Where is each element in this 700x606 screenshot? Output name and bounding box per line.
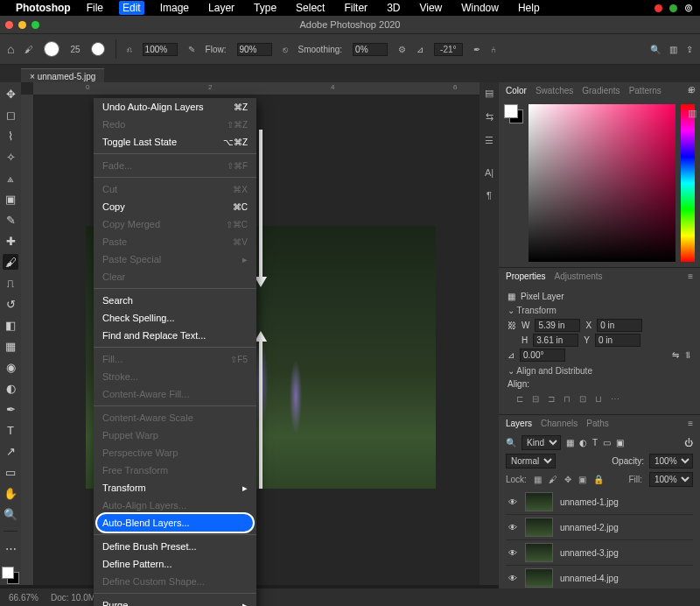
menu-type[interactable]: Type bbox=[250, 1, 280, 15]
shape-tool[interactable]: ▭ bbox=[3, 464, 18, 480]
pressure-opacity-icon[interactable]: ✎ bbox=[188, 45, 195, 54]
lock-artboard-icon[interactable]: ▣ bbox=[578, 475, 586, 484]
filter-kind[interactable]: Kind bbox=[522, 435, 561, 450]
eraser-tool[interactable]: ◧ bbox=[3, 317, 18, 333]
filter-shape-icon[interactable]: ▭ bbox=[603, 438, 611, 447]
dodge-tool[interactable]: ◐ bbox=[3, 380, 18, 396]
ruler-vertical[interactable] bbox=[21, 95, 34, 585]
hand-tool[interactable]: ✋ bbox=[3, 485, 18, 501]
opacity-field[interactable]: 100% bbox=[649, 454, 693, 469]
tab-gradients[interactable]: Gradients bbox=[582, 86, 620, 95]
healing-tool[interactable]: ✚ bbox=[3, 233, 18, 249]
character-panel-icon[interactable]: A| bbox=[485, 167, 494, 178]
tab-adjustments[interactable]: Adjustments bbox=[555, 271, 603, 281]
pen-tool[interactable]: ✒ bbox=[3, 401, 18, 417]
filter-smart-icon[interactable]: ▣ bbox=[616, 438, 624, 447]
layer-row[interactable]: 👁unnamed-4.jpg bbox=[506, 566, 693, 591]
brush-tool[interactable]: 🖌 bbox=[3, 254, 18, 270]
marquee-tool[interactable]: ◻ bbox=[3, 107, 18, 123]
menu-item-toggle-last-state[interactable]: Toggle Last State⌥⌘Z bbox=[94, 133, 256, 151]
menu-item-transform[interactable]: Transform▸ bbox=[94, 479, 256, 497]
eyedropper-tool[interactable]: ✎ bbox=[3, 212, 18, 228]
workspace-icon[interactable]: ▥ bbox=[669, 45, 677, 54]
align-bottom-icon[interactable]: ⊔ bbox=[595, 394, 602, 404]
visibility-icon[interactable]: 👁 bbox=[508, 497, 518, 507]
align-top-icon[interactable]: ⊓ bbox=[564, 394, 570, 404]
visibility-icon[interactable]: 👁 bbox=[508, 574, 518, 583]
edit-toolbar[interactable]: ⋯ bbox=[3, 540, 18, 556]
home-icon[interactable]: ⌂ bbox=[7, 42, 14, 56]
pressure-size-icon[interactable]: ✒ bbox=[473, 45, 480, 54]
history-brush-tool[interactable]: ↺ bbox=[3, 296, 18, 312]
options-panel-icon[interactable]: ☰ bbox=[485, 135, 494, 146]
menu-select[interactable]: Select bbox=[292, 1, 328, 15]
symmetry-icon[interactable]: ⑃ bbox=[491, 45, 496, 54]
align-hcenter-icon[interactable]: ⊟ bbox=[532, 394, 539, 404]
minimize-window[interactable] bbox=[18, 21, 26, 29]
menu-view[interactable]: View bbox=[416, 1, 445, 15]
color-fg-bg[interactable] bbox=[504, 104, 523, 123]
layer-row[interactable]: 👁unnamed-2.jpg bbox=[506, 515, 693, 540]
menu-window[interactable]: Window bbox=[458, 1, 502, 15]
close-window[interactable] bbox=[5, 21, 13, 29]
height-field[interactable] bbox=[533, 334, 578, 347]
layer-thumbnail[interactable] bbox=[525, 492, 553, 511]
hue-slider[interactable] bbox=[681, 104, 695, 262]
layer-row[interactable]: 👁unnamed-3.jpg bbox=[506, 540, 693, 566]
visibility-icon[interactable]: 👁 bbox=[508, 548, 518, 558]
brushes-panel-icon[interactable]: ⇆ bbox=[486, 111, 494, 123]
lock-position-icon[interactable]: ✥ bbox=[564, 475, 571, 484]
tab-channels[interactable]: Channels bbox=[541, 419, 578, 428]
brush-swatch[interactable] bbox=[91, 42, 105, 56]
menu-extra-icon[interactable]: ⊚ bbox=[684, 2, 693, 14]
flip-v-icon[interactable]: ⥮ bbox=[684, 350, 691, 360]
link-wh-icon[interactable]: ⛓ bbox=[508, 321, 516, 330]
menu-filter[interactable]: Filter bbox=[340, 1, 371, 15]
filter-type-icon[interactable]: T bbox=[592, 438, 598, 447]
history-panel-icon[interactable]: ▤ bbox=[485, 88, 494, 99]
menu-item-define-pattern[interactable]: Define Pattern... bbox=[94, 555, 256, 573]
filter-adjust-icon[interactable]: ◐ bbox=[579, 438, 587, 447]
tab-color[interactable]: Color bbox=[506, 86, 527, 95]
path-tool[interactable]: ↗ bbox=[3, 443, 18, 459]
opacity-field[interactable] bbox=[143, 43, 178, 56]
ruler-horizontal[interactable]: 0 2 4 6 bbox=[33, 82, 499, 95]
width-field[interactable] bbox=[535, 319, 580, 332]
menu-file[interactable]: File bbox=[83, 1, 107, 15]
align-vcenter-icon[interactable]: ⊡ bbox=[579, 394, 586, 404]
menu-item-undo-auto-align-layers[interactable]: Undo Auto-Align Layers⌘Z bbox=[94, 98, 256, 116]
brush-preview[interactable] bbox=[44, 41, 60, 57]
tab-paths[interactable]: Paths bbox=[586, 419, 609, 428]
zoom-tool[interactable]: 🔍 bbox=[3, 506, 18, 522]
mode-icon[interactable]: ⎌ bbox=[127, 45, 132, 54]
align-left-icon[interactable]: ⊏ bbox=[516, 394, 523, 404]
stamp-tool[interactable]: ⎍ bbox=[3, 275, 18, 291]
layer-thumbnail[interactable] bbox=[525, 568, 553, 588]
wand-tool[interactable]: ✧ bbox=[3, 149, 18, 165]
filter-pixel-icon[interactable]: ▦ bbox=[566, 438, 574, 447]
tab-swatches[interactable]: Swatches bbox=[536, 86, 573, 95]
rotate-field[interactable] bbox=[520, 349, 565, 362]
tab-close-icon[interactable]: × bbox=[30, 72, 35, 81]
lock-brush-icon[interactable]: 🖌 bbox=[549, 475, 557, 484]
frame-tool[interactable]: ▣ bbox=[3, 191, 18, 207]
brush-tool-icon[interactable]: 🖌 bbox=[24, 45, 33, 54]
crop-tool[interactable]: ⟁ bbox=[3, 170, 18, 186]
align-section[interactable]: ⌄ Align and Distribute bbox=[508, 366, 691, 376]
learn-panel-icon[interactable]: ⊕ bbox=[688, 84, 696, 95]
menu-3d[interactable]: 3D bbox=[383, 1, 403, 15]
menu-item-check-spelling[interactable]: Check Spelling... bbox=[94, 309, 256, 327]
gear-icon[interactable]: ⚙ bbox=[398, 45, 406, 54]
menu-item-search[interactable]: Search bbox=[94, 292, 256, 309]
app-name[interactable]: Photoshop bbox=[16, 2, 71, 14]
zoom-window[interactable] bbox=[32, 21, 39, 29]
transform-section[interactable]: ⌄ Transform bbox=[508, 306, 691, 315]
angle-field[interactable]: -21° bbox=[434, 43, 462, 56]
flow-field[interactable] bbox=[237, 43, 272, 56]
menu-item-find-and-replace-text[interactable]: Find and Replace Text... bbox=[94, 327, 256, 344]
menu-edit[interactable]: Edit bbox=[119, 1, 144, 15]
color-field[interactable] bbox=[528, 104, 676, 262]
menu-item-purge[interactable]: Purge▸ bbox=[94, 596, 256, 606]
layer-thumbnail[interactable] bbox=[525, 543, 553, 562]
layer-row[interactable]: 👁unnamed-1.jpg bbox=[506, 490, 693, 515]
